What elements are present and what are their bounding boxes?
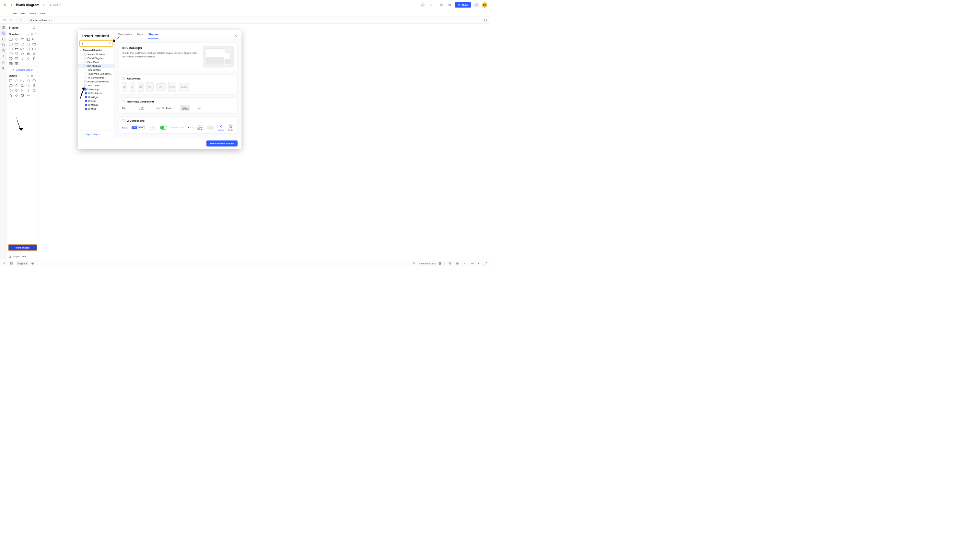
tree-ui-widgets[interactable]: ✓UI Widgets	[78, 96, 115, 99]
font-family-select[interactable]: Liberation Sans	[28, 18, 51, 22]
shape-right-triangle[interactable]	[20, 79, 25, 83]
device-ipad-landscape[interactable]: iPad	[156, 83, 165, 91]
video-icon[interactable]	[447, 3, 452, 8]
shape-manual[interactable]	[26, 47, 30, 51]
shape-hexagon[interactable]	[32, 79, 36, 83]
tab-data[interactable]: Data	[137, 33, 143, 39]
zoom-level[interactable]: 75%	[469, 262, 474, 265]
rail-plugin-icon[interactable]	[1, 66, 5, 71]
shape-brace-right[interactable]	[20, 57, 25, 61]
comp-page-dots[interactable]	[188, 127, 193, 128]
menu-select[interactable]: Select	[29, 12, 36, 15]
shape-connector[interactable]	[20, 52, 25, 56]
page-select[interactable]: Page 1	[16, 262, 28, 265]
collapse-icon-2[interactable]: ⌃	[35, 74, 37, 77]
copy-link-button[interactable]	[474, 3, 479, 8]
ui-components-checkbox[interactable]	[122, 119, 125, 122]
close-icon[interactable]: ✕	[234, 34, 237, 38]
tvc-checkbox[interactable]	[122, 100, 125, 103]
shape-pentagon[interactable]	[26, 79, 30, 83]
fullscreen-icon[interactable]	[483, 261, 488, 266]
share-button[interactable]: Share	[455, 2, 471, 8]
tab-shapes[interactable]: Shapes	[148, 33, 159, 39]
flowchart-section-label[interactable]: Flowchart	[9, 33, 19, 35]
tree-ui-menus[interactable]: ✓UI Menus	[78, 103, 115, 107]
device-ipad-pro[interactable]: iPad Pro	[169, 82, 176, 92]
shape-document[interactable]	[32, 37, 36, 41]
device-6s[interactable]: 6S	[130, 82, 135, 91]
tree-ui-input[interactable]: ✓UI Input	[78, 99, 115, 103]
tree-ios-devices[interactable]: iOS Devices	[78, 68, 115, 72]
format-painter-icon[interactable]	[19, 18, 24, 23]
shape-offpage[interactable]	[8, 57, 13, 61]
grid-view-icon[interactable]	[9, 261, 14, 266]
chevron-down-icon[interactable]	[428, 3, 433, 8]
shape-line-h[interactable]	[26, 93, 30, 97]
document-title[interactable]: Blank diagram	[16, 3, 39, 7]
user-avatar[interactable]: DS	[482, 2, 487, 8]
comp-tab-bar[interactable]: Tab Bar	[228, 124, 233, 131]
shape-data[interactable]	[26, 42, 30, 46]
shape-circle[interactable]	[32, 89, 36, 93]
app-logo-icon[interactable]	[3, 3, 7, 7]
shape-triangle[interactable]	[14, 79, 19, 83]
trash-icon-2[interactable]: 🗑	[31, 74, 33, 77]
tree-table-view-components[interactable]: Table View Compone…	[78, 72, 115, 76]
shape-plus[interactable]	[14, 84, 19, 88]
right-panel-toggle-icon[interactable]	[483, 18, 488, 23]
shape-diamond[interactable]	[14, 37, 19, 41]
tree-floor-plans[interactable]: ▸Floor Plans	[78, 60, 115, 64]
tree-ui-misc[interactable]: ✓UI Misc	[78, 107, 115, 111]
comp-nav-bar[interactable]: Nav Bar	[218, 124, 224, 131]
device-ipad[interactable]: iPad	[146, 82, 154, 91]
add-page-icon[interactable]	[30, 261, 35, 266]
rail-panels-icon[interactable]	[1, 25, 5, 30]
shape-or[interactable]	[26, 52, 30, 56]
menu-edit[interactable]: Edit	[21, 12, 25, 15]
shape-display[interactable]	[14, 42, 19, 46]
shape-terminator[interactable]	[20, 37, 25, 41]
tree-ui-mockups[interactable]: ▾✓UI Mockups	[78, 88, 115, 91]
rail-sparkle-icon[interactable]	[1, 60, 5, 65]
shape-octagon[interactable]	[8, 84, 13, 88]
device-se[interactable]: SE	[122, 82, 127, 91]
layers-icon[interactable]	[448, 261, 453, 266]
shape-star[interactable]	[8, 93, 13, 97]
shape-arrow-up[interactable]	[14, 89, 19, 93]
use-selected-shapes-button[interactable]: Use selected shapes	[207, 140, 237, 147]
canvas[interactable]: Insert content Templates Data Shapes ✕	[39, 24, 490, 260]
comment-icon[interactable]	[421, 3, 425, 8]
shape-table2[interactable]	[14, 62, 19, 65]
rail-data-icon[interactable]	[1, 48, 5, 53]
tvc-header-box[interactable]: Footer HEADER	[180, 105, 190, 111]
zoom-out-icon[interactable]: −	[462, 261, 467, 266]
comp-search-box[interactable]	[207, 126, 214, 129]
trash-icon[interactable]: 🗑	[31, 33, 33, 35]
present-icon[interactable]	[439, 3, 444, 8]
shape-roundrect[interactable]	[8, 52, 13, 56]
device-6s-plus[interactable]: 6S Plus	[138, 82, 143, 92]
shape-line-v[interactable]	[32, 93, 36, 97]
comp-status-bar[interactable]: ●●●●○ ᯤ 5:26 PM 99% ▬	[197, 124, 203, 131]
shape-note[interactable]	[32, 57, 36, 61]
shape-process[interactable]	[26, 37, 30, 41]
ios-devices-checkbox[interactable]	[122, 77, 125, 80]
shape-arrow-updown[interactable]	[26, 89, 30, 93]
accessibility-icon[interactable]	[455, 261, 460, 266]
search-icon[interactable]	[108, 42, 111, 45]
rail-rocket-icon[interactable]	[1, 54, 5, 59]
comp-segmented[interactable]: First Second	[132, 126, 145, 129]
pin-icon[interactable]: ☆	[27, 33, 29, 35]
shape-shield[interactable]	[14, 57, 19, 61]
standard-libraries-header[interactable]: ▾Standard libraries	[78, 48, 115, 53]
shape-cylinder[interactable]	[32, 42, 36, 46]
tree-process-engineering[interactable]: ▸Process Engineering	[78, 80, 115, 84]
shape-arrow-down[interactable]	[32, 84, 36, 88]
tree-tech-clipart[interactable]: ▸Tech Clipart	[78, 84, 115, 88]
shape-merge[interactable]	[14, 52, 19, 56]
shape-arrow-right[interactable]	[26, 84, 30, 88]
tab-templates[interactable]: Templates	[118, 33, 132, 39]
shape-arrow-left[interactable]	[8, 89, 13, 93]
comp-button[interactable]: Button	[122, 126, 128, 128]
pin-icon-2[interactable]: ☆	[27, 74, 29, 77]
